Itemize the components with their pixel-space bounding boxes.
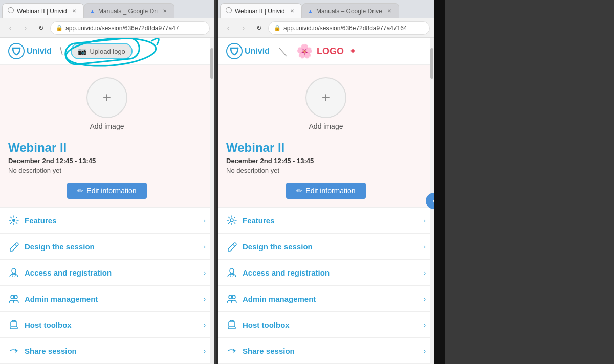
svg-rect-14 <box>229 322 235 327</box>
left-scrollbar <box>210 38 214 364</box>
left-host-label: Host toolbox <box>25 321 204 329</box>
left-menu-access[interactable]: Access and registration › <box>0 260 214 286</box>
left-menu-features[interactable]: Features › <box>0 208 214 234</box>
right-menu-share[interactable]: Share session › <box>218 338 434 364</box>
right-features-chevron: › <box>424 217 426 224</box>
right-address-bar: ‹ › ↻ 🔒 app.univid.io/session/636e72d8da… <box>218 18 434 38</box>
left-host-chevron: › <box>204 321 206 329</box>
svg-point-5 <box>11 295 14 299</box>
right-scroll-thumb[interactable] <box>430 48 433 79</box>
logo-sparkle-icon: ✦ <box>349 46 357 57</box>
right-host-chevron: › <box>424 321 426 329</box>
right-url-bar[interactable]: 🔒 app.univid.io/session/636e72d8da977a47… <box>268 21 430 35</box>
left-menu-admin[interactable]: Admin management › <box>0 286 214 312</box>
left-url-text: app.univid.io/session/636e72d8da977a47 <box>65 25 179 32</box>
left-share-label: Share session <box>25 347 204 355</box>
left-edit-info-label: Edit information <box>86 187 136 195</box>
right-features-icon <box>226 215 237 226</box>
right-tab-gdrive[interactable]: ▲ Manuals – Google Drive ✕ <box>302 3 399 18</box>
logo-word: LOGO <box>317 46 344 57</box>
univid-tab-favicon-left <box>8 7 14 15</box>
left-design-chevron: › <box>204 243 206 251</box>
right-design-label: Design the session <box>243 242 424 251</box>
right-design-chevron: › <box>424 243 426 251</box>
right-tab-gdrive-title: Manuals – Google Drive <box>316 8 382 15</box>
right-menu-host[interactable]: Host toolbox › <box>218 312 434 338</box>
right-separator: ＼ <box>278 44 288 58</box>
left-univid-icon <box>8 43 25 59</box>
right-menu-access[interactable]: Access and registration › <box>218 260 434 286</box>
right-univid-icon <box>226 43 243 59</box>
left-url-bar[interactable]: 🔒 app.univid.io/session/636e72d8da977a47 <box>50 21 210 35</box>
logo-flower-icon: 🌸 <box>296 43 313 59</box>
right-add-image-label: Add image <box>309 122 343 130</box>
left-features-chevron: › <box>204 217 206 224</box>
left-tab-gdrive-title: Manuals _ Google Dri <box>98 8 158 15</box>
right-access-icon <box>226 267 237 278</box>
right-back-btn[interactable]: ‹ <box>222 22 234 34</box>
left-scroll-thumb[interactable] <box>210 48 213 79</box>
left-header: Univid \ 📷 Upload logo <box>0 38 214 65</box>
left-menu-host[interactable]: Host toolbox › <box>0 312 214 338</box>
left-separator: \ <box>60 46 63 57</box>
right-edit-info-label: Edit information <box>305 187 355 195</box>
left-features-icon <box>8 215 19 226</box>
edit-icon-left: ✏ <box>77 187 83 195</box>
left-back-btn[interactable]: ‹ <box>4 22 16 34</box>
right-edge-strip <box>434 0 445 364</box>
right-content: Univid ＼ 🌸 LOGO ✦ + Add image Webinar II <box>218 38 434 364</box>
right-add-image-area: + Add image <box>218 65 434 136</box>
left-host-icon <box>8 319 19 330</box>
right-tab-univid-close[interactable]: ✕ <box>288 7 296 15</box>
svg-line-10 <box>233 244 235 246</box>
right-menu-features[interactable]: Features › <box>218 208 434 234</box>
svg-point-6 <box>14 295 17 299</box>
right-forward-btn[interactable]: › <box>237 22 250 34</box>
left-tab-univid-close[interactable]: ✕ <box>70 7 78 15</box>
left-admin-chevron: › <box>204 295 206 303</box>
right-admin-icon <box>226 293 237 304</box>
right-tab-univid-title: Webinar II | Univid <box>235 8 285 15</box>
right-tab-univid[interactable]: Webinar II | Univid ✕ <box>220 3 302 18</box>
upload-logo-button[interactable]: 📷 Upload logo <box>71 43 132 59</box>
left-univid-logo: Univid <box>8 43 52 59</box>
right-share-label: Share session <box>243 347 424 355</box>
right-add-image-btn[interactable]: + <box>305 77 346 118</box>
left-share-chevron: › <box>204 347 206 355</box>
right-tab-gdrive-close[interactable]: ✕ <box>385 7 393 15</box>
left-plus-icon: + <box>103 89 111 106</box>
left-menu-design[interactable]: Design the session › <box>0 234 214 260</box>
left-webinar-title: Webinar II <box>0 136 214 156</box>
univid-tab-favicon-right <box>226 7 232 15</box>
left-edit-info-btn[interactable]: ✏ Edit information <box>67 183 146 199</box>
left-reload-btn[interactable]: ↻ <box>35 22 47 34</box>
right-menu-section: Features › Design the session › Access a… <box>218 207 434 364</box>
left-tab-univid[interactable]: Webinar II | Univid ✕ <box>2 3 84 18</box>
gdrive-favicon-left: ▲ <box>90 8 95 14</box>
left-admin-label: Admin management <box>25 294 204 303</box>
left-tab-gdrive[interactable]: ▲ Manuals _ Google Dri ✕ <box>84 3 174 18</box>
right-univid-logo: Univid <box>226 43 270 59</box>
left-tabs-area: Webinar II | Univid ✕ ▲ Manuals _ Google… <box>0 0 214 18</box>
svg-point-2 <box>12 219 15 222</box>
left-design-icon <box>8 241 19 252</box>
right-share-icon <box>226 345 237 356</box>
left-webinar-date: December 2nd 12:45 - 13:45 <box>0 156 214 166</box>
left-tab-univid-title: Webinar II | Univid <box>17 8 67 15</box>
svg-point-13 <box>232 295 235 299</box>
left-forward-btn[interactable]: › <box>19 22 32 34</box>
upload-logo-wrapper: 📷 Upload logo <box>71 43 132 59</box>
left-tab-gdrive-close[interactable]: ✕ <box>161 7 169 15</box>
svg-point-9 <box>230 219 233 222</box>
left-menu-share[interactable]: Share session › <box>0 338 214 364</box>
left-access-icon <box>8 267 19 278</box>
right-edit-info-btn[interactable]: ✏ Edit information <box>286 183 365 199</box>
right-reload-btn[interactable]: ↻ <box>253 22 265 34</box>
left-lock-icon: 🔒 <box>56 25 63 31</box>
left-add-image-label: Add image <box>90 122 124 130</box>
left-menu-section: Features › Design the session › Access a… <box>0 207 214 364</box>
right-menu-design[interactable]: Design the session › <box>218 234 434 260</box>
right-menu-admin[interactable]: Admin management › <box>218 286 434 312</box>
left-add-image-btn[interactable]: + <box>86 77 127 118</box>
left-webinar-desc: No description yet <box>0 166 214 180</box>
